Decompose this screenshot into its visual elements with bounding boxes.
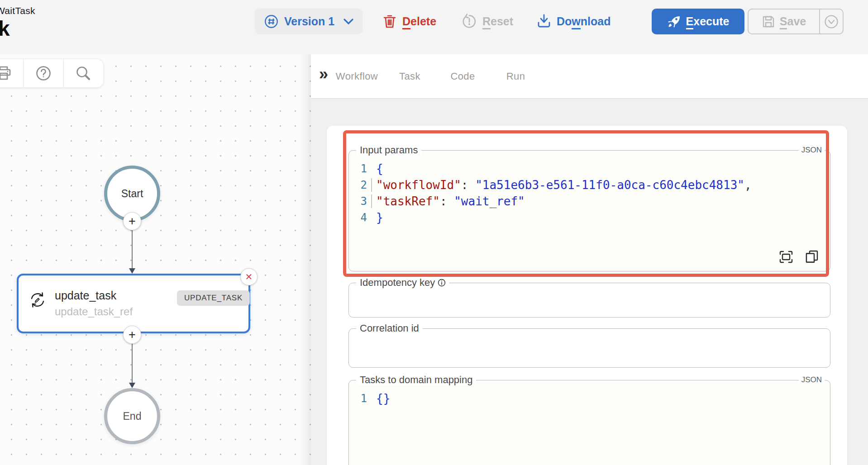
task-type-badge: UPDATE_TASK xyxy=(177,290,250,306)
download-button[interactable]: Download xyxy=(537,12,610,30)
input-params-label: Input params xyxy=(356,144,421,156)
task-domain-editor[interactable]: 1{} xyxy=(354,390,825,407)
help-button[interactable] xyxy=(23,59,63,87)
details-panel: » Workflow Task Code Run Input params JS… xyxy=(311,54,868,465)
fullscreen-button[interactable] xyxy=(778,249,794,265)
task-node-update-task[interactable]: update_task update_task_ref UPDATE_TASK … xyxy=(17,274,250,333)
search-button[interactable] xyxy=(63,59,103,87)
workflow-canvas[interactable]: Start + update_task update_task_ref UPDA… xyxy=(0,53,311,465)
trash-icon xyxy=(382,14,397,29)
help-icon xyxy=(35,65,52,81)
input-params-format-tag: JSON xyxy=(799,146,825,155)
correlation-id-fieldset: Correlation id xyxy=(348,328,830,368)
reset-label: Reset xyxy=(482,15,513,28)
info-icon xyxy=(438,279,446,287)
collapse-panel-button[interactable]: » xyxy=(319,66,328,82)
tab-run[interactable]: Run xyxy=(489,71,542,82)
save-button: Save xyxy=(749,9,819,33)
search-icon xyxy=(75,65,91,81)
tabs: Workflow Task Code Run xyxy=(330,54,542,99)
download-label: Download xyxy=(557,15,610,28)
edge-task-to-end xyxy=(132,344,133,384)
breadcrumb: WaitTask xyxy=(0,5,35,16)
download-icon xyxy=(537,14,551,29)
copy-icon xyxy=(805,249,819,265)
plus-icon: + xyxy=(129,215,136,228)
add-task-button-top[interactable]: + xyxy=(123,212,141,230)
update-task-icon xyxy=(29,291,47,309)
copy-button[interactable] xyxy=(805,249,819,265)
double-chevron-right-icon: » xyxy=(319,65,328,83)
delete-button[interactable]: Delete xyxy=(382,12,436,30)
task-domain-label: Tasks to domain mapping xyxy=(356,374,476,386)
floppy-icon xyxy=(762,15,775,28)
top-toolbar: WaitTask k Version 1 Delete xyxy=(0,0,868,54)
panel-tabbar: » Workflow Task Code Run xyxy=(311,54,868,99)
workflow-title: k xyxy=(0,16,10,41)
printer-icon xyxy=(0,66,12,81)
circle-chevron-down-icon xyxy=(824,14,839,29)
input-params-editor[interactable]: 1{2"workflowId": "1a51e6b3-e561-11f0-a0c… xyxy=(354,161,825,226)
edge-start-to-task xyxy=(132,230,133,269)
add-task-button-bottom[interactable]: + xyxy=(123,326,141,344)
tab-workflow[interactable]: Workflow xyxy=(330,71,383,82)
fullscreen-icon xyxy=(778,250,794,264)
tab-code[interactable]: Code xyxy=(436,71,489,82)
start-node-label: Start xyxy=(121,188,143,200)
execute-button[interactable]: Execute xyxy=(652,9,744,34)
remove-task-button[interactable]: ✕ xyxy=(240,268,258,285)
task-domain-fieldset: Tasks to domain mapping JSON 1{} xyxy=(348,380,830,465)
task-ref: update_task_ref xyxy=(55,305,133,318)
tab-task[interactable]: Task xyxy=(383,71,436,82)
save-label: Save xyxy=(780,15,806,28)
edge-arrowhead xyxy=(129,268,135,274)
rocket-icon xyxy=(667,15,681,28)
version-label: Version 1 xyxy=(284,15,334,28)
run-form-card: Input params JSON 1{2"workflowId": "1a51… xyxy=(327,126,847,465)
idempotency-key-fieldset: Idempotency key xyxy=(348,283,830,318)
reset-button: Reset xyxy=(462,12,513,30)
end-node[interactable]: End xyxy=(104,388,160,444)
delete-label: Delete xyxy=(402,15,436,28)
save-options-button[interactable] xyxy=(820,9,843,33)
reset-icon xyxy=(462,14,477,29)
version-hash-icon xyxy=(264,14,279,29)
execute-label: Execute xyxy=(686,15,730,28)
input-params-fieldset: Input params JSON 1{2"workflowId": "1a51… xyxy=(348,150,830,271)
edge-arrowhead xyxy=(129,383,135,388)
close-icon: ✕ xyxy=(245,271,253,282)
idempotency-key-input[interactable] xyxy=(353,287,825,313)
end-node-label: End xyxy=(123,410,142,422)
save-button-group: Save xyxy=(748,9,844,34)
correlation-id-input[interactable] xyxy=(353,332,825,364)
print-button[interactable] xyxy=(0,59,23,87)
plus-icon: + xyxy=(129,329,136,341)
task-name: update_task xyxy=(55,289,116,302)
canvas-toolbar xyxy=(0,59,103,87)
editor-actions xyxy=(778,249,819,265)
chevron-down-icon xyxy=(343,19,353,25)
task-domain-format-tag: JSON xyxy=(799,375,825,384)
version-selector[interactable]: Version 1 xyxy=(255,9,362,34)
